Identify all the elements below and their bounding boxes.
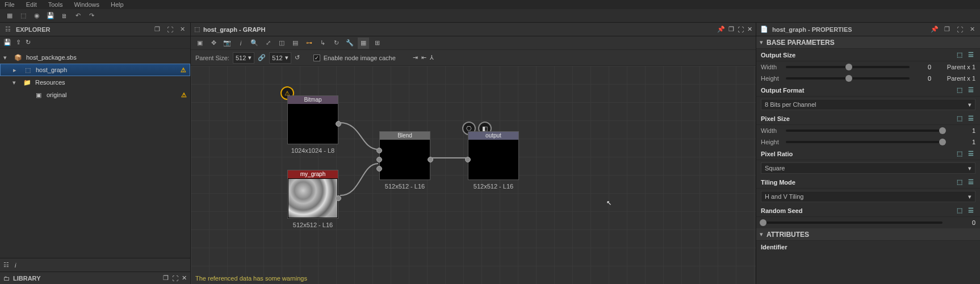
explorer-maximize-icon[interactable]: ⛶ xyxy=(165,25,174,34)
menu-icon[interactable]: ☰ xyxy=(966,206,975,215)
width-slider[interactable] xyxy=(786,66,910,68)
tool-save-icon[interactable]: 💾 xyxy=(45,11,56,21)
expand-icon[interactable]: ▸ xyxy=(13,66,20,74)
expand-icon[interactable]: ▾ xyxy=(12,79,19,86)
gt-zoom-icon[interactable]: 🔍 xyxy=(249,37,260,49)
props-restore-icon[interactable]: ❐ xyxy=(943,25,952,34)
link-size-icon[interactable]: 🔗 xyxy=(258,54,266,61)
cache-checkbox[interactable] xyxy=(313,55,320,61)
gt-info-icon[interactable]: i xyxy=(235,37,246,49)
expose-icon[interactable]: ⬚ xyxy=(955,178,964,187)
explorer-restore-icon[interactable]: ❐ xyxy=(153,25,162,34)
pixh-value[interactable]: 1 xyxy=(947,139,975,145)
menu-tools[interactable]: Tools xyxy=(48,1,63,8)
tree-hostgraph[interactable]: ▸ ⬚ host_graph ⚠ xyxy=(0,64,190,76)
node-input-port[interactable] xyxy=(376,148,382,153)
menu-edit[interactable]: Edit xyxy=(26,1,37,8)
menu-icon[interactable]: ☰ xyxy=(966,86,975,95)
menu-icon[interactable]: ☰ xyxy=(966,114,975,123)
library-close-icon[interactable]: ✕ xyxy=(182,274,187,282)
tool-redo-icon[interactable]: ↷ xyxy=(86,11,97,21)
node-bitmap[interactable]: Bitmap 1024x1024 - L8 xyxy=(287,95,338,144)
tool-globe-icon[interactable]: ◉ xyxy=(32,11,42,21)
node-output-port[interactable] xyxy=(336,195,341,201)
output-format-select[interactable]: 8 Bits per Channel ▾ xyxy=(761,99,975,110)
props-close-icon[interactable]: ✕ xyxy=(968,25,977,34)
gt-link-icon[interactable]: ⊶ xyxy=(303,37,315,49)
graph-restore-icon[interactable]: ❐ xyxy=(728,26,734,33)
library-restore-icon[interactable]: ❐ xyxy=(163,274,169,282)
expose-icon[interactable]: ⬚ xyxy=(955,114,964,123)
pixel-ratio-select[interactable]: Square ▾ xyxy=(761,162,975,174)
gt-hierarchy-icon[interactable]: ⅄ xyxy=(430,54,434,61)
node-input-port[interactable] xyxy=(376,166,382,172)
explorer-info-icon[interactable]: i xyxy=(15,262,16,269)
parent-height-select[interactable]: 512▾ xyxy=(269,52,291,64)
node-output[interactable]: output 512x512 - L16 xyxy=(468,131,519,180)
explorer-list-icon[interactable]: ☷ xyxy=(3,261,9,269)
tool-align-icon[interactable]: ⬚ xyxy=(18,11,28,21)
node-output-port[interactable] xyxy=(336,121,341,127)
props-maximize-icon[interactable]: ⛶ xyxy=(955,25,964,34)
gt-wrench-icon[interactable]: 🔧 xyxy=(344,37,355,49)
tree-original[interactable]: ▣ original ⚠ xyxy=(0,89,190,101)
gt-camera-icon[interactable]: 📷 xyxy=(221,37,233,49)
width-value[interactable]: 0 xyxy=(914,64,931,70)
expose-icon[interactable]: ⬚ xyxy=(955,51,964,60)
tiling-mode-select[interactable]: H and V Tiling ▾ xyxy=(761,191,975,202)
node-mygraph[interactable]: my_graph 512x512 - L16 xyxy=(287,170,338,219)
graph-canvas[interactable]: ⚠ Bitmap 1024x1024 - L8 my_graph 512x512… xyxy=(191,66,756,284)
explorer-close-icon[interactable]: ✕ xyxy=(178,25,187,34)
node-blend[interactable]: Blend 512x512 - L16 xyxy=(379,131,430,180)
explorer-export-icon[interactable]: ⇪ xyxy=(16,39,21,46)
seed-value[interactable]: 0 xyxy=(947,219,975,226)
gt-flow2-icon[interactable]: ⇤ xyxy=(421,54,426,61)
height-slider[interactable] xyxy=(786,77,910,80)
parent-width-select[interactable]: 512▾ xyxy=(233,52,254,64)
gt-grid-icon[interactable]: ▦ xyxy=(358,37,369,49)
section-caret-icon[interactable]: ▾ xyxy=(760,39,763,46)
gt-snap-icon[interactable]: ⊞ xyxy=(371,37,383,49)
props-pin-icon[interactable]: 📌 xyxy=(930,25,939,34)
gt-fit-icon[interactable]: ⤢ xyxy=(262,37,274,49)
expose-icon[interactable]: ⬚ xyxy=(955,86,964,95)
seed-slider[interactable] xyxy=(761,222,943,224)
explorer-save-icon[interactable]: 💾 xyxy=(3,39,11,46)
reset-size-icon[interactable]: ↺ xyxy=(295,54,300,61)
gt-refresh-icon[interactable]: ↻ xyxy=(330,37,342,49)
menu-file[interactable]: File xyxy=(5,1,15,8)
gt-move-icon[interactable]: ✥ xyxy=(208,37,219,49)
gt-select-icon[interactable]: ▣ xyxy=(194,37,206,49)
menu-icon[interactable]: ☰ xyxy=(966,149,975,158)
node-input-port[interactable] xyxy=(465,157,471,162)
pixh-slider[interactable] xyxy=(786,141,943,143)
pixw-slider[interactable] xyxy=(786,130,943,132)
tool-undo-icon[interactable]: ↶ xyxy=(73,11,83,21)
width-mode[interactable]: Parent x 1 xyxy=(936,64,975,70)
expose-icon[interactable]: ⬚ xyxy=(955,149,964,158)
menu-windows[interactable]: Windows xyxy=(74,1,99,8)
tree-package[interactable]: ▾ 📦 host_package.sbs xyxy=(0,51,190,64)
height-value[interactable]: 0 xyxy=(914,75,931,82)
tool-new-icon[interactable]: ▦ xyxy=(5,11,15,21)
expand-icon[interactable]: ▾ xyxy=(3,54,10,61)
graph-pin-icon[interactable]: 📌 xyxy=(717,26,725,33)
graph-maximize-icon[interactable]: ⛶ xyxy=(738,26,744,33)
node-output-port[interactable] xyxy=(428,157,433,162)
pixw-value[interactable]: 1 xyxy=(947,127,975,134)
menu-help[interactable]: Help xyxy=(111,1,124,8)
explorer-refresh-icon[interactable]: ↻ xyxy=(26,39,31,46)
menu-icon[interactable]: ☰ xyxy=(966,178,975,187)
tree-resources[interactable]: ▾ 📁 Resources xyxy=(0,76,190,89)
height-mode[interactable]: Parent x 1 xyxy=(936,75,975,82)
gt-align-icon[interactable]: ▤ xyxy=(290,37,301,49)
tool-saveall-icon[interactable]: 🗎 xyxy=(59,11,69,21)
expose-icon[interactable]: ⬚ xyxy=(955,206,964,215)
gt-nodes-icon[interactable]: ◫ xyxy=(276,37,287,49)
section-caret-icon[interactable]: ▾ xyxy=(760,231,763,238)
graph-close-icon[interactable]: ✕ xyxy=(747,26,752,33)
gt-route-icon[interactable]: ↳ xyxy=(317,37,328,49)
node-input-port[interactable] xyxy=(376,157,382,162)
gt-flow1-icon[interactable]: ⇥ xyxy=(413,54,418,61)
menu-icon[interactable]: ☰ xyxy=(966,51,975,60)
